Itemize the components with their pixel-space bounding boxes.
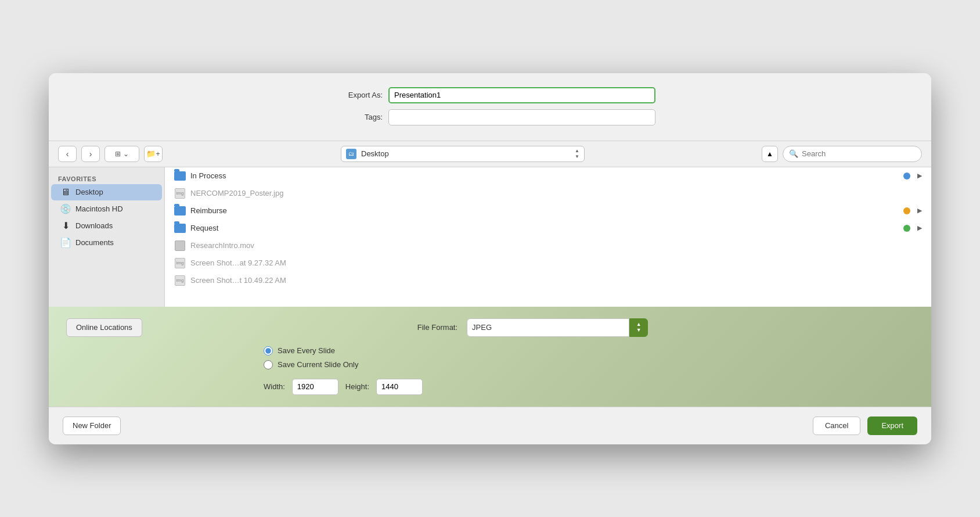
documents-icon: 📄 <box>60 238 71 248</box>
save-current-slide-row: Save Current Slide Only <box>264 360 914 369</box>
view-chevron-icon: ⌄ <box>123 150 129 158</box>
footer: New Folder Cancel Export <box>49 407 931 444</box>
cancel-button[interactable]: Cancel <box>813 417 860 435</box>
location-toggle-button[interactable]: ▲ <box>762 146 778 162</box>
format-arrow-down: ▼ <box>636 328 642 333</box>
chevron-right-in-process: ▶ <box>917 172 922 179</box>
sidebar-item-label-desktop: Desktop <box>75 188 103 196</box>
height-label: Height: <box>345 382 369 391</box>
sidebar-item-downloads[interactable]: ⬇ Downloads <box>51 218 162 234</box>
width-input[interactable] <box>292 379 338 395</box>
toggle-chevron-icon: ▲ <box>766 150 773 158</box>
toolbar: ‹ › ⊞ ⌄ 📁+ 🗂 Desktop ▲ ▼ ▲ <box>49 141 931 167</box>
radio-section: Save Every Slide Save Current Slide Only <box>264 346 914 369</box>
save-every-slide-row: Save Every Slide <box>264 346 914 356</box>
location-name: Desktop <box>361 149 570 158</box>
sidebar: Favorites 🖥 Desktop 💿 Macintosh HD ⬇ Dow… <box>49 167 165 307</box>
search-icon: 🔍 <box>789 149 798 158</box>
tags-row: Tags: <box>72 109 908 125</box>
downloads-icon: ⬇ <box>60 221 71 231</box>
chevron-right-reimburse: ▶ <box>917 207 922 214</box>
file-format-wrapper: JPEG PNG TIFF PDF ▲ ▼ <box>467 318 648 337</box>
image-icon-nercomp: img <box>174 188 186 199</box>
file-name-research: ResearchIntro.mov <box>190 241 922 250</box>
desktop-icon: 🖥 <box>60 187 71 198</box>
new-folder-button[interactable]: New Folder <box>63 417 121 435</box>
color-dot-request <box>903 225 910 232</box>
file-format-select[interactable]: JPEG PNG TIFF PDF <box>467 318 629 337</box>
sidebar-item-documents[interactable]: 📄 Documents <box>51 235 162 251</box>
back-icon: ‹ <box>66 149 69 159</box>
folder-icon-reimburse <box>174 205 186 217</box>
view-button[interactable]: ⊞ ⌄ <box>105 146 139 162</box>
export-as-row: Export As: <box>72 87 908 103</box>
file-item-request[interactable]: Request ▶ <box>165 220 931 237</box>
file-item-screenshot2[interactable]: img Screen Shot…t 10.49.22 AM <box>165 272 931 289</box>
tags-label: Tags: <box>325 113 383 121</box>
view-grid-icon: ⊞ <box>115 150 121 158</box>
export-dialog: Export As: Tags: ‹ › ⊞ ⌄ 📁+ 🗂 Desktop <box>49 73 931 444</box>
tags-input[interactable] <box>388 109 655 125</box>
file-list: In Process ▶ img NERCOMP2019_Poster.jpg … <box>165 167 931 307</box>
bottom-options: Online Locations File Format: JPEG PNG T… <box>49 307 931 407</box>
file-name-screenshot2: Screen Shot…t 10.49.22 AM <box>190 276 922 285</box>
format-row: Online Locations File Format: JPEG PNG T… <box>66 318 914 337</box>
back-button[interactable]: ‹ <box>58 146 77 162</box>
search-box: 🔍 <box>783 146 922 162</box>
forward-icon: › <box>89 149 92 159</box>
sidebar-section-label: Favorites <box>49 173 164 184</box>
file-item-reimburse[interactable]: Reimburse ▶ <box>165 202 931 220</box>
image-icon-screenshot2: img <box>174 275 186 286</box>
arrow-down-icon: ▼ <box>575 154 579 159</box>
file-name-in-process: In Process <box>190 171 899 180</box>
folder-icon-request <box>174 222 186 234</box>
sidebar-item-label-documents: Documents <box>75 238 114 247</box>
macintosh-hd-icon: 💿 <box>60 204 71 214</box>
search-input[interactable] <box>802 149 916 158</box>
export-as-input[interactable] <box>388 87 655 103</box>
height-input[interactable] <box>376 379 423 395</box>
save-current-slide-radio[interactable] <box>264 360 273 369</box>
file-item-screenshot1[interactable]: img Screen Shot…at 9.27.32 AM <box>165 254 931 272</box>
export-button[interactable]: Export <box>867 417 917 435</box>
image-icon-screenshot1: img <box>174 257 186 269</box>
file-item-research-intro[interactable]: ResearchIntro.mov <box>165 237 931 254</box>
video-icon-research <box>174 240 186 252</box>
new-folder-toolbar-button[interactable]: 📁+ <box>144 146 163 162</box>
file-name-nercomp: NERCOMP2019_Poster.jpg <box>190 189 922 198</box>
export-as-label: Export As: <box>325 91 383 99</box>
sidebar-item-label-downloads: Downloads <box>75 221 113 230</box>
color-dot-in-process <box>903 173 910 179</box>
main-section: Favorites 🖥 Desktop 💿 Macintosh HD ⬇ Dow… <box>49 167 931 307</box>
save-every-slide-label[interactable]: Save Every Slide <box>278 346 335 355</box>
arrow-up-icon: ▲ <box>575 148 579 153</box>
chevron-right-request: ▶ <box>917 224 922 232</box>
location-folder-icon: 🗂 <box>346 149 356 159</box>
file-item-in-process[interactable]: In Process ▶ <box>165 167 931 185</box>
sidebar-item-macintosh-hd[interactable]: 💿 Macintosh HD <box>51 201 162 217</box>
top-section: Export As: Tags: <box>49 73 931 141</box>
dimensions-row: Width: Height: <box>264 379 914 395</box>
file-name-request: Request <box>190 224 899 232</box>
file-name-reimburse: Reimburse <box>190 206 899 215</box>
file-format-label: File Format: <box>417 323 457 332</box>
save-current-slide-label[interactable]: Save Current Slide Only <box>278 360 358 369</box>
folder-icon-in-process <box>174 170 186 182</box>
width-label: Width: <box>264 382 285 391</box>
location-selector[interactable]: 🗂 Desktop ▲ ▼ <box>341 146 585 162</box>
sidebar-item-label-macintosh: Macintosh HD <box>75 204 123 213</box>
forward-button[interactable]: › <box>81 146 100 162</box>
color-dot-reimburse <box>903 207 910 214</box>
format-arrows-button[interactable]: ▲ ▼ <box>629 318 648 337</box>
file-name-screenshot1: Screen Shot…at 9.27.32 AM <box>190 258 922 267</box>
location-arrows: ▲ ▼ <box>575 148 579 159</box>
format-arrow-up: ▲ <box>636 322 642 327</box>
new-folder-toolbar-icon: 📁+ <box>146 149 160 158</box>
save-every-slide-radio[interactable] <box>264 346 273 356</box>
online-locations-button[interactable]: Online Locations <box>66 318 142 337</box>
sidebar-item-desktop[interactable]: 🖥 Desktop <box>51 184 162 200</box>
footer-right: Cancel Export <box>813 417 917 435</box>
file-item-nercomp-poster[interactable]: img NERCOMP2019_Poster.jpg <box>165 185 931 202</box>
